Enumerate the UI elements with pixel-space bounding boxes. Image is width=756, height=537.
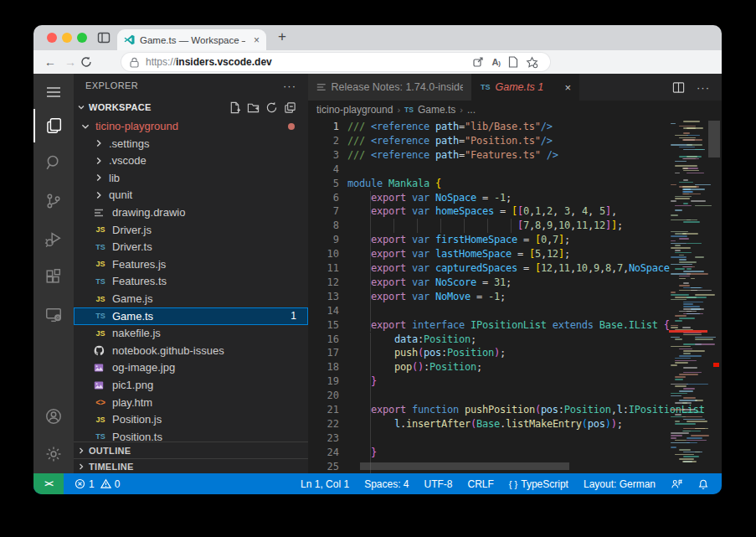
browser-tab[interactable]: Game.ts — Workspace — Visua ×: [117, 29, 266, 50]
minimize-window-button[interactable]: [62, 33, 72, 43]
code-line-11[interactable]: 11export var capturedSpaces = [12,11,10,…: [308, 261, 722, 276]
editor-more-icon[interactable]: ···: [697, 81, 710, 94]
tree-item-features-ts[interactable]: TSFeatures.ts: [74, 272, 308, 290]
remote-indicator[interactable]: ><: [33, 473, 64, 494]
code-line-9[interactable]: 9export var firstHomeSpace = [0,7];: [308, 233, 722, 247]
encoding-status[interactable]: UTF-8: [419, 478, 459, 490]
code-line-13[interactable]: 13export var NoMove = -1;: [308, 290, 722, 304]
address-bar[interactable]: https://insiders.vscode.dev A): [121, 53, 550, 71]
code-line-3[interactable]: 3/// <reference path="Features.ts" />: [308, 148, 722, 163]
code-line-5[interactable]: 5module Mankala {: [308, 177, 722, 191]
vertical-scrollbar[interactable]: [708, 119, 720, 473]
close-window-button[interactable]: [47, 33, 57, 43]
tree-item-nakefile-js[interactable]: JSnakefile.js: [74, 324, 308, 342]
tree-item-features-js[interactable]: JSFeatures.js: [74, 256, 308, 273]
tree-item-game-ts[interactable]: TSGame.ts1: [74, 307, 308, 325]
code-line-12[interactable]: 12export var NoScore = 31;: [308, 276, 722, 290]
remote-explorer-icon[interactable]: [33, 298, 74, 332]
tree-item--vscode[interactable]: .vscode: [74, 152, 308, 169]
breadcrumb-file[interactable]: Game.ts: [418, 104, 455, 116]
breadcrumb-folder[interactable]: ticino-playground: [316, 104, 393, 116]
reload-button[interactable]: [80, 56, 100, 68]
new-tab-button[interactable]: +: [278, 28, 286, 45]
code-line-7[interactable]: 7export var homeSpaces = [[0,1,2, 3, 4, …: [308, 204, 722, 219]
refresh-icon[interactable]: [265, 101, 278, 114]
forward-button[interactable]: →: [60, 55, 80, 69]
code-line-16[interactable]: 16 data:Position;: [308, 333, 722, 347]
tree-item-game-js[interactable]: JSGame.js: [74, 290, 308, 307]
tree-item-pic1-png[interactable]: pic1.png: [74, 376, 308, 394]
tree-item-driver-js[interactable]: JSDriver.js: [74, 221, 308, 239]
tree-item-drawing-drawio[interactable]: drawing.drawio: [74, 204, 308, 221]
timeline-section-header[interactable]: TIMELINE: [74, 458, 308, 473]
explorer-more-icon[interactable]: ···: [283, 80, 296, 92]
breadcrumb-symbol[interactable]: ...: [467, 104, 476, 116]
eol-status[interactable]: CRLF: [462, 478, 500, 490]
code-line-24[interactable]: 24}: [308, 446, 722, 460]
browser-tab-close-icon[interactable]: ×: [254, 35, 260, 45]
collapse-all-icon[interactable]: [284, 101, 296, 114]
horizontal-scrollbar[interactable]: [360, 462, 569, 470]
split-editor-icon[interactable]: [672, 81, 685, 94]
run-debug-icon[interactable]: [33, 223, 74, 256]
tree-item-position-js[interactable]: JSPosition.js: [74, 410, 308, 428]
favorites-star-icon[interactable]: [526, 56, 538, 69]
new-file-icon[interactable]: [229, 101, 241, 114]
tree-item-lib[interactable]: lib: [74, 169, 308, 187]
notifications-bell-icon[interactable]: [692, 478, 715, 490]
scrollbar-slider[interactable]: [708, 121, 720, 157]
tree-item-driver-ts[interactable]: TSDriver.ts: [74, 238, 308, 256]
code-line-20[interactable]: 20: [308, 389, 722, 403]
source-control-icon[interactable]: [33, 184, 74, 218]
tab-release-notes[interactable]: Release Notes: 1.74.0-insider: [308, 74, 472, 101]
new-folder-icon[interactable]: [247, 101, 260, 114]
back-button[interactable]: ←: [40, 55, 60, 69]
lock-icon[interactable]: [130, 57, 139, 68]
code-line-8[interactable]: 8 [7,8,9,10,11,12]];: [308, 219, 722, 233]
code-editor[interactable]: 2524}2322 l.insertAfter(Base.listMakeEnt…: [308, 119, 722, 473]
code-line-10[interactable]: 10export var lastHomeSpace = [5,12];: [308, 247, 722, 261]
code-line-17[interactable]: 17 push(pos:Position);: [308, 346, 722, 360]
extensions-view-icon[interactable]: [33, 260, 74, 293]
feedback-icon[interactable]: [665, 478, 688, 490]
read-aloud-icon[interactable]: A): [491, 57, 501, 67]
code-line-1[interactable]: 1/// <reference path="lib/Base.ts"/>: [308, 120, 722, 134]
tree-item--settings[interactable]: .settings: [74, 135, 308, 152]
layout-status[interactable]: Layout: German: [578, 478, 661, 490]
maximize-window-button[interactable]: [77, 33, 87, 43]
tab-overview-icon[interactable]: [97, 31, 111, 44]
indentation-status[interactable]: Spaces: 4: [358, 478, 414, 490]
share-icon[interactable]: [472, 56, 484, 68]
menu-icon[interactable]: [33, 75, 74, 109]
code-line-18[interactable]: 18 pop():Position;: [308, 360, 722, 374]
tree-item-play-htm[interactable]: <>play.htm: [74, 394, 308, 411]
accounts-icon[interactable]: [33, 400, 74, 433]
workspace-section-header[interactable]: WORKSPACE: [74, 97, 308, 117]
code-line-21[interactable]: 21export function pushPosition(pos:Posit…: [308, 403, 722, 417]
code-line-23[interactable]: 23: [308, 431, 722, 446]
explorer-icon[interactable]: [33, 109, 74, 142]
code-line-14[interactable]: 14: [308, 304, 722, 318]
tree-item-ticino-playground[interactable]: ticino-playground: [74, 117, 308, 135]
tree-item-og-image-jpg[interactable]: og-image.jpg: [74, 359, 308, 376]
outline-section-header[interactable]: OUTLINE: [74, 441, 308, 458]
tab-game-ts[interactable]: TS Game.ts 1 ×: [472, 74, 579, 101]
reading-mode-icon[interactable]: [508, 56, 518, 68]
tree-item-position-ts[interactable]: TSPosition.ts: [74, 428, 308, 441]
code-line-22[interactable]: 22 l.insertAfter(Base.listMakeEntry(pos)…: [308, 417, 722, 431]
minimap[interactable]: [669, 119, 707, 467]
tree-item-qunit[interactable]: qunit: [74, 186, 308, 204]
code-line-19[interactable]: 19}: [308, 374, 722, 389]
code-line-15[interactable]: 15export interface IPositionList extends…: [308, 318, 722, 333]
url-text[interactable]: https://insiders.vscode.dev: [146, 56, 272, 68]
search-icon[interactable]: [33, 146, 74, 179]
code-line-4[interactable]: 4: [308, 163, 722, 177]
tree-item-notebook-github-issues[interactable]: notebook.github-issues: [74, 342, 308, 359]
close-tab-icon[interactable]: ×: [564, 81, 571, 94]
code-line-2[interactable]: 2/// <reference path="Position.ts"/>: [308, 134, 722, 148]
cursor-position-status[interactable]: Ln 1, Col 1: [295, 478, 355, 490]
language-status[interactable]: { }TypeScript: [503, 478, 574, 490]
problems-status[interactable]: 1 0: [69, 478, 126, 490]
code-line-6[interactable]: 6export var NoSpace = -1;: [308, 191, 722, 205]
settings-gear-icon[interactable]: [33, 437, 74, 471]
